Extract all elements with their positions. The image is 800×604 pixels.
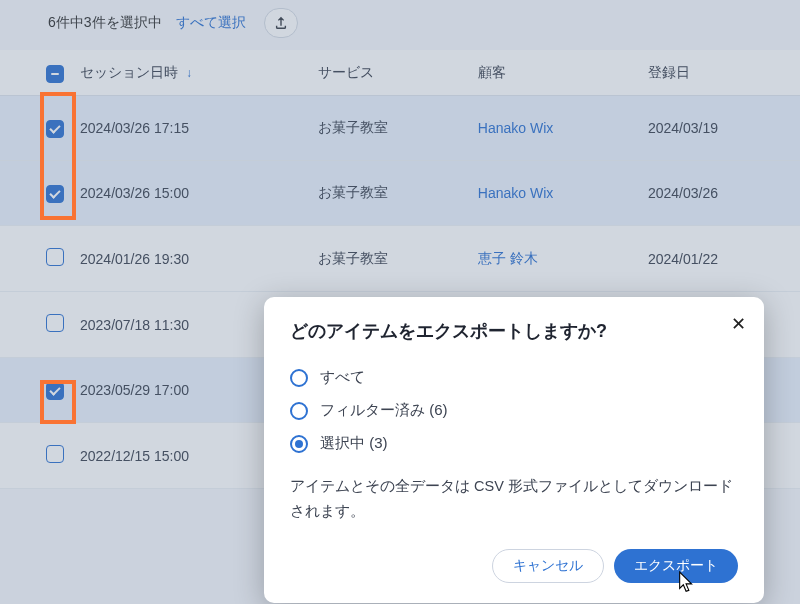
row-checkbox[interactable] bbox=[46, 314, 64, 332]
cell-registered: 2024/03/19 bbox=[640, 96, 800, 161]
row-checkbox[interactable] bbox=[46, 445, 64, 463]
table-row[interactable]: 2024/03/26 15:00お菓子教室Hanako Wix2024/03/2… bbox=[0, 161, 800, 226]
radio-option-selected[interactable]: 選択中 (3) bbox=[290, 427, 738, 460]
table-row[interactable]: 2024/03/26 17:15お菓子教室Hanako Wix2024/03/1… bbox=[0, 96, 800, 161]
cell-customer[interactable]: 恵子 鈴木 bbox=[470, 226, 640, 292]
dialog-description: アイテムとその全データは CSV 形式ファイルとしてダウンロードされます。 bbox=[290, 474, 738, 523]
col-customer[interactable]: 顧客 bbox=[470, 50, 640, 96]
row-checkbox[interactable] bbox=[46, 120, 64, 138]
radio-label: フィルター済み (6) bbox=[320, 401, 448, 420]
export-button[interactable]: エクスポート bbox=[614, 549, 738, 583]
cell-registered: 2024/03/26 bbox=[640, 161, 800, 226]
col-datetime[interactable]: セッション日時 ↓ bbox=[72, 50, 310, 96]
col-registered[interactable]: 登録日 bbox=[640, 50, 800, 96]
cell-datetime: 2024/01/26 19:30 bbox=[72, 226, 310, 292]
export-dialog: ✕ どのアイテムをエクスポートしますか? すべて フィルター済み (6) 選択中… bbox=[264, 297, 764, 603]
col-service[interactable]: サービス bbox=[310, 50, 470, 96]
close-icon[interactable]: ✕ bbox=[731, 313, 746, 335]
radio-icon bbox=[290, 369, 308, 387]
select-all-link[interactable]: すべて選択 bbox=[176, 14, 246, 32]
radio-icon bbox=[290, 435, 308, 453]
radio-option-all[interactable]: すべて bbox=[290, 361, 738, 394]
col-datetime-label: セッション日時 bbox=[80, 64, 178, 80]
row-checkbox[interactable] bbox=[46, 382, 64, 400]
selection-toolbar: 6件中3件を選択中 すべて選択 bbox=[0, 0, 800, 50]
row-checkbox[interactable] bbox=[46, 248, 64, 266]
radio-label: 選択中 (3) bbox=[320, 434, 388, 453]
upload-icon bbox=[274, 16, 288, 30]
row-checkbox[interactable] bbox=[46, 185, 64, 203]
cell-service: お菓子教室 bbox=[310, 226, 470, 292]
selected-count: 6件中3件を選択中 bbox=[48, 14, 162, 32]
cell-service: お菓子教室 bbox=[310, 96, 470, 161]
sort-arrow-icon: ↓ bbox=[186, 66, 192, 80]
dialog-title: どのアイテムをエクスポートしますか? bbox=[290, 319, 738, 343]
cell-datetime: 2024/03/26 17:15 bbox=[72, 96, 310, 161]
radio-option-filtered[interactable]: フィルター済み (6) bbox=[290, 394, 738, 427]
cell-service: お菓子教室 bbox=[310, 161, 470, 226]
header-checkbox[interactable] bbox=[46, 65, 64, 83]
radio-icon bbox=[290, 402, 308, 420]
cancel-button[interactable]: キャンセル bbox=[492, 549, 604, 583]
export-icon-button[interactable] bbox=[264, 8, 298, 38]
cell-customer[interactable]: Hanako Wix bbox=[470, 161, 640, 226]
radio-label: すべて bbox=[320, 368, 365, 387]
table-row[interactable]: 2024/01/26 19:30お菓子教室恵子 鈴木2024/01/22 bbox=[0, 226, 800, 292]
cell-customer[interactable]: Hanako Wix bbox=[470, 96, 640, 161]
cell-datetime: 2024/03/26 15:00 bbox=[72, 161, 310, 226]
cell-registered: 2024/01/22 bbox=[640, 226, 800, 292]
